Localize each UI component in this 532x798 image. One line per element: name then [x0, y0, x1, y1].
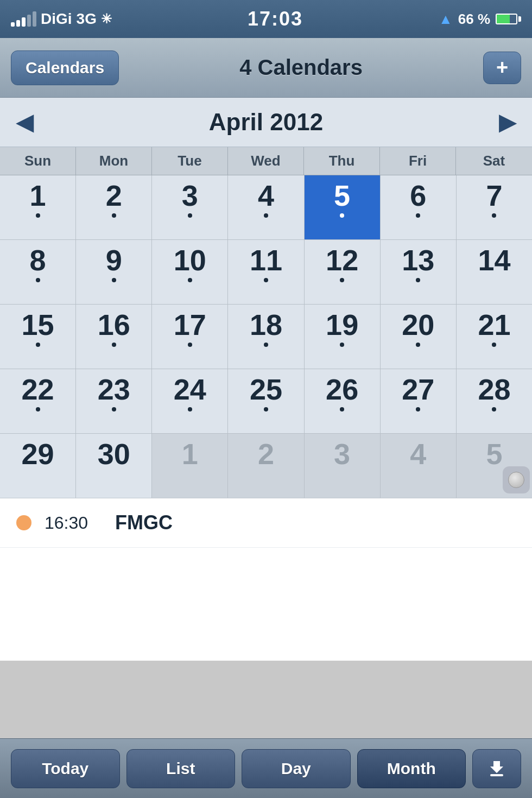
cal-day-25[interactable]: 25 — [228, 369, 303, 433]
cal-day-7[interactable]: 7 — [457, 175, 532, 239]
location-icon: ▲ — [439, 11, 453, 28]
event-dot-7 — [492, 213, 496, 218]
list-button[interactable]: List — [126, 749, 236, 788]
cal-day-16[interactable]: 16 — [76, 305, 151, 369]
signal-bar-1 — [11, 22, 15, 27]
status-left: DiGi 3G ✳ — [11, 10, 112, 28]
calendar-grid: 1 2 3 4 5 6 7 8 9 10 11 12 13 14 15 16 1… — [0, 175, 532, 498]
add-calendar-button[interactable]: + — [483, 52, 521, 84]
svg-marker-0 — [490, 761, 503, 773]
scroll-indicator — [503, 466, 530, 493]
month-title: April 2012 — [209, 109, 323, 136]
svg-rect-1 — [490, 774, 503, 776]
day-header-wed: Wed — [228, 147, 304, 175]
bottom-bar: Today List Day Month — [0, 738, 532, 798]
cal-day-15[interactable]: 15 — [0, 305, 75, 369]
cal-day-10[interactable]: 10 — [152, 240, 227, 304]
cal-day-23[interactable]: 23 — [76, 369, 151, 433]
cal-day-8[interactable]: 8 — [0, 240, 75, 304]
signal-bar-2 — [16, 20, 20, 27]
event-title: FMGC — [115, 511, 173, 534]
download-button[interactable] — [472, 749, 521, 788]
event-dot-1 — [36, 213, 40, 218]
download-icon — [487, 759, 506, 778]
cal-day-14[interactable]: 14 — [457, 240, 532, 304]
cal-day-30[interactable]: 30 — [76, 434, 151, 498]
day-header-sun: Sun — [0, 147, 76, 175]
cal-day-next-5[interactable]: 5 — [457, 434, 532, 498]
event-color-dot — [16, 515, 31, 530]
events-section: 16:30 FMGC — [0, 498, 532, 661]
day-button[interactable]: Day — [242, 749, 351, 788]
cal-day-21[interactable]: 21 — [457, 305, 532, 369]
cal-day-18[interactable]: 18 — [228, 305, 303, 369]
cal-day-1[interactable]: 1 — [0, 175, 75, 239]
cal-day-6[interactable]: 6 — [381, 175, 456, 239]
next-month-button[interactable]: ▶ — [499, 110, 516, 135]
cal-day-next-1[interactable]: 1 — [152, 434, 227, 498]
prev-month-button[interactable]: ◀ — [16, 110, 33, 135]
battery-percent: 66 % — [458, 11, 490, 28]
event-time: 16:30 — [45, 513, 99, 533]
cal-day-20[interactable]: 20 — [381, 305, 456, 369]
network-type: 3G — [77, 10, 97, 28]
cal-day-9[interactable]: 9 — [76, 240, 151, 304]
cal-day-29[interactable]: 29 — [0, 434, 75, 498]
loading-icon: ✳ — [101, 11, 112, 27]
today-button[interactable]: Today — [11, 749, 120, 788]
day-header-sat: Sat — [456, 147, 532, 175]
cal-day-3[interactable]: 3 — [152, 175, 227, 239]
battery-body — [496, 14, 517, 24]
calendars-button[interactable]: Calendars — [11, 50, 119, 85]
cal-day-17[interactable]: 17 — [152, 305, 227, 369]
cal-day-19[interactable]: 19 — [305, 305, 380, 369]
event-dot-5 — [340, 213, 344, 218]
cal-day-4[interactable]: 4 — [228, 175, 303, 239]
cal-day-2[interactable]: 2 — [76, 175, 151, 239]
cal-day-next-3[interactable]: 3 — [305, 434, 380, 498]
cal-day-5-today[interactable]: 5 — [305, 175, 380, 239]
month-nav: ◀ April 2012 ▶ — [0, 98, 532, 147]
cal-day-24[interactable]: 24 — [152, 369, 227, 433]
event-row-fmgc[interactable]: 16:30 FMGC — [0, 498, 532, 548]
day-header-tue: Tue — [152, 147, 228, 175]
battery-icon — [496, 14, 521, 24]
cal-day-27[interactable]: 27 — [381, 369, 456, 433]
month-button[interactable]: Month — [357, 749, 466, 788]
battery-tip — [518, 16, 521, 22]
cal-day-22[interactable]: 22 — [0, 369, 75, 433]
battery-fill — [497, 15, 510, 23]
calendar-container: ◀ April 2012 ▶ Sun Mon Tue Wed Thu Fri S… — [0, 98, 532, 498]
event-dot-4 — [264, 213, 268, 218]
cal-day-next-2[interactable]: 2 — [228, 434, 303, 498]
event-dot-6 — [416, 213, 420, 218]
nav-bar: Calendars 4 Calendars + — [0, 38, 532, 98]
status-time: 17:03 — [248, 8, 303, 30]
status-bar: DiGi 3G ✳ 17:03 ▲ 66 % — [0, 0, 532, 38]
cal-day-13[interactable]: 13 — [381, 240, 456, 304]
cal-day-26[interactable]: 26 — [305, 369, 380, 433]
cal-day-12[interactable]: 12 — [305, 240, 380, 304]
event-dot-2 — [112, 213, 116, 218]
signal-bar-5 — [33, 11, 36, 27]
signal-bars — [11, 11, 36, 27]
cal-day-28[interactable]: 28 — [457, 369, 532, 433]
day-header-thu: Thu — [304, 147, 380, 175]
cal-day-next-4[interactable]: 4 — [381, 434, 456, 498]
signal-bar-4 — [27, 15, 31, 27]
day-headers: Sun Mon Tue Wed Thu Fri Sat — [0, 147, 532, 175]
cal-day-11[interactable]: 11 — [228, 240, 303, 304]
carrier-label: DiGi — [41, 10, 72, 28]
event-dot-3 — [188, 213, 192, 218]
status-right: ▲ 66 % — [439, 11, 521, 28]
signal-bar-3 — [22, 17, 26, 27]
day-header-mon: Mon — [76, 147, 152, 175]
nav-title: 4 Calendars — [239, 55, 363, 80]
day-header-fri: Fri — [380, 147, 456, 175]
scroll-knob — [508, 472, 524, 488]
